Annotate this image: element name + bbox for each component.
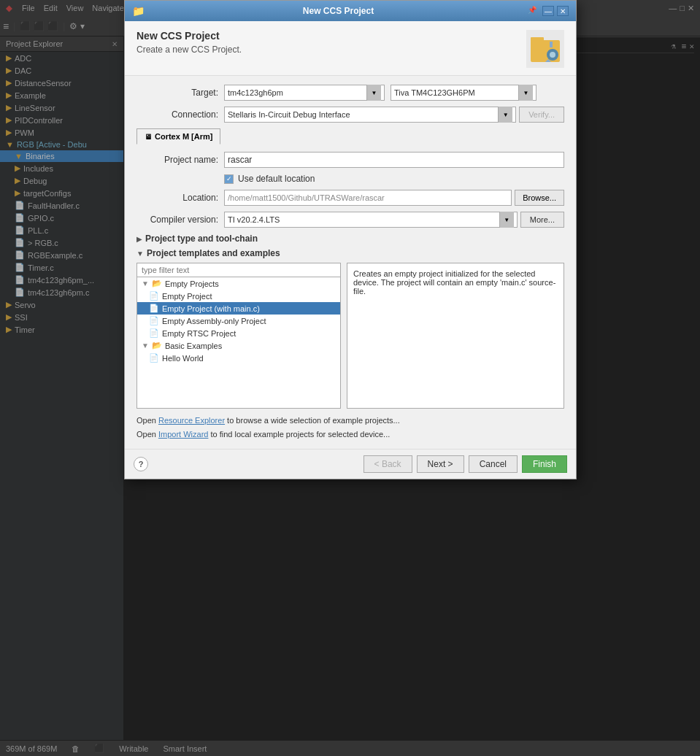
template-icon: 📄 — [149, 328, 159, 338]
resource-explorer-suffix: to browse a wide selection of example pr… — [225, 416, 400, 425]
template-label: Empty Project (with main.c) — [162, 304, 260, 313]
footer-right: < Back Next > Cancel Finish — [364, 455, 567, 473]
tab-cortex-icon: 🖥 — [145, 133, 152, 141]
dialog-header-subtitle: Create a new CCS Project. — [136, 45, 519, 55]
help-button[interactable]: ? — [134, 457, 148, 471]
group-label: Empty Projects — [165, 279, 219, 288]
basic-examples-group[interactable]: ▼ 📂 Basic Examples — [137, 339, 340, 352]
empty-projects-group[interactable]: ▼ 📂 Empty Projects — [137, 277, 340, 290]
import-wizard-link[interactable]: Import Wizard — [158, 430, 208, 439]
filter-input[interactable] — [137, 263, 340, 277]
project-name-input[interactable] — [224, 152, 564, 168]
browse-button[interactable]: Browse... — [515, 190, 564, 206]
template-tree: ▼ 📂 Empty Projects 📄 Empty Project 📄 Emp… — [136, 263, 341, 409]
resource-explorer-info: Open Resource Explorer to browse a wide … — [136, 414, 564, 427]
connection-row: Connection: Stellaris In-Circuit Debug I… — [136, 107, 564, 123]
new-ccs-project-dialog: 📁 New CCS Project 📌 — ✕ New CCS Project … — [124, 0, 577, 479]
dialog-close-btn[interactable]: ✕ — [557, 6, 569, 16]
compiler-dropdown-arrow[interactable]: ▼ — [499, 212, 514, 228]
template-label: Empty RTSC Project — [162, 329, 236, 338]
template-empty-project-main[interactable]: 📄 Empty Project (with main.c) — [137, 302, 340, 315]
dialog-body: Target: tm4c123gh6pm ▼ Tiva TM4C123GH6PM… — [125, 76, 576, 449]
templates-title: Project templates and examples — [147, 248, 280, 258]
dialog-header-text: New CCS Project Create a new CCS Project… — [136, 30, 519, 55]
location-label: Location: — [136, 193, 224, 203]
group-icon: 📂 — [152, 279, 162, 288]
tab-cortex-label: Cortex M [Arm] — [155, 132, 212, 141]
target-device-value: Tiva TM4C123GH6PM — [394, 88, 518, 97]
target-label: Target: — [136, 88, 224, 98]
dialog-header: New CCS Project Create a new CCS Project… — [125, 21, 576, 76]
template-icon: 📄 — [149, 316, 159, 325]
dialog-controls: 📌 — ✕ — [528, 6, 569, 16]
location-row: Location: Browse... — [136, 190, 564, 206]
back-button[interactable]: < Back — [364, 455, 412, 473]
template-hello-world[interactable]: 📄 Hello World — [137, 352, 340, 364]
target-value: tm4c123gh6pm — [228, 88, 366, 97]
group-expand-icon: ▼ — [142, 342, 149, 350]
default-location-checkbox[interactable]: ✓ — [224, 174, 234, 184]
cancel-button[interactable]: Cancel — [469, 455, 518, 473]
compiler-dropdown[interactable]: TI v20.2.4.LTS ▼ — [224, 212, 518, 228]
template-icon: 📄 — [149, 304, 159, 313]
dialog-title: New CCS Project — [303, 6, 374, 16]
import-wizard-prefix: Open — [136, 430, 158, 439]
templates-arrow: ▼ — [136, 250, 144, 258]
template-empty-rtsc[interactable]: 📄 Empty RTSC Project — [137, 327, 340, 339]
verify-button[interactable]: Verify... — [519, 107, 564, 123]
dialog-titlebar-icon: 📁 — [132, 5, 145, 17]
tab-cortex[interactable]: 🖥 Cortex M [Arm] — [136, 128, 220, 144]
target-row: Target: tm4c123gh6pm ▼ Tiva TM4C123GH6PM… — [136, 85, 564, 101]
compiler-label: Compiler version: — [136, 215, 224, 225]
checkbox-check-icon: ✓ — [226, 175, 232, 182]
dialog-pin-icon[interactable]: 📌 — [528, 6, 536, 16]
connection-value: Stellaris In-Circuit Debug Interface — [228, 110, 498, 119]
target-dropdown[interactable]: tm4c123gh6pm ▼ — [224, 85, 385, 101]
connection-label: Connection: — [136, 109, 224, 120]
target-device-dropdown[interactable]: Tiva TM4C123GH6PM ▼ — [391, 85, 536, 101]
modal-overlay: 📁 New CCS Project 📌 — ✕ New CCS Project … — [0, 0, 700, 756]
tab-bar: 🖥 Cortex M [Arm] — [136, 128, 564, 144]
default-location-label: Use default location — [238, 174, 315, 184]
template-icon: 📄 — [149, 353, 159, 363]
compiler-control: TI v20.2.4.LTS ▼ More... — [224, 212, 564, 228]
dialog-titlebar: 📁 New CCS Project 📌 — ✕ — [125, 1, 576, 21]
project-type-arrow: ▶ — [136, 235, 142, 243]
target-device-arrow[interactable]: ▼ — [518, 85, 533, 101]
template-label: Empty Assembly-only Project — [162, 317, 266, 325]
resource-explorer-link[interactable]: Resource Explorer — [158, 416, 225, 425]
footer-left: ? — [134, 457, 148, 471]
location-control: Browse... — [224, 190, 564, 206]
template-label: Hello World — [162, 354, 204, 363]
group-label: Basic Examples — [165, 342, 222, 350]
import-wizard-suffix: to find local example projects for selec… — [208, 430, 390, 439]
svg-rect-1 — [531, 37, 544, 42]
location-input[interactable] — [224, 190, 512, 206]
project-name-label: Project name: — [136, 155, 224, 165]
target-dropdown-arrow[interactable]: ▼ — [366, 85, 381, 101]
template-icon: 📄 — [149, 291, 159, 301]
project-name-control — [224, 152, 564, 168]
template-empty-project[interactable]: 📄 Empty Project — [137, 290, 340, 302]
target-control: tm4c123gh6pm ▼ Tiva TM4C123GH6PM ▼ — [224, 85, 564, 101]
more-button[interactable]: More... — [520, 212, 564, 228]
finish-button[interactable]: Finish — [522, 455, 567, 473]
project-type-title: Project type and tool-chain — [145, 234, 258, 244]
templates-area: ▼ 📂 Empty Projects 📄 Empty Project 📄 Emp… — [136, 263, 564, 409]
dialog-header-icon — [526, 30, 564, 68]
project-type-section[interactable]: ▶ Project type and tool-chain — [136, 234, 564, 244]
next-button[interactable]: Next > — [417, 455, 464, 473]
compiler-row: Compiler version: TI v20.2.4.LTS ▼ More.… — [136, 212, 564, 228]
group-expand-icon: ▼ — [142, 279, 149, 288]
templates-section[interactable]: ▼ Project templates and examples — [136, 248, 564, 258]
new-project-icon — [528, 31, 563, 66]
template-label: Empty Project — [162, 292, 212, 301]
svg-point-3 — [550, 52, 555, 58]
svg-rect-4 — [550, 42, 553, 47]
dialog-minimize-btn[interactable]: — — [542, 6, 554, 16]
connection-dropdown[interactable]: Stellaris In-Circuit Debug Interface ▼ — [224, 107, 516, 123]
ide-window: ◆ File Edit View Navigate New CCS Projec… — [0, 0, 700, 756]
template-empty-assembly[interactable]: 📄 Empty Assembly-only Project — [137, 315, 340, 327]
connection-dropdown-arrow[interactable]: ▼ — [498, 107, 512, 123]
connection-control: Stellaris In-Circuit Debug Interface ▼ V… — [224, 107, 564, 123]
